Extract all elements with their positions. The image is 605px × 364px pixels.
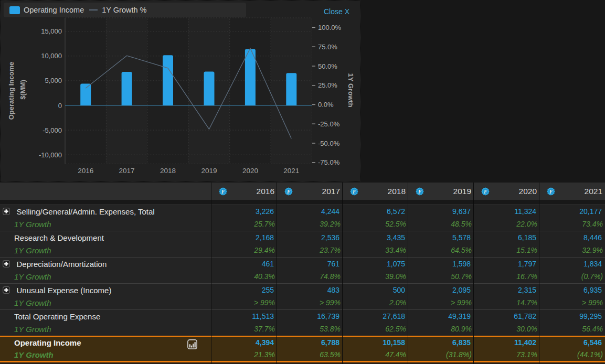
svg-text:2017: 2017: [119, 167, 135, 175]
svg-text:F: F: [352, 189, 356, 194]
svg-text:2021: 2021: [283, 167, 299, 175]
svg-text:5,000: 5,000: [45, 77, 62, 84]
svg-text:F: F: [418, 189, 422, 194]
svg-text:-75.0%: -75.0%: [318, 158, 340, 166]
svg-text:0.0%: 0.0%: [318, 101, 334, 109]
svg-text:F: F: [483, 189, 487, 194]
svg-text:75.0%: 75.0%: [318, 43, 337, 51]
svg-text:15,000: 15,000: [41, 27, 62, 35]
svg-text:F: F: [286, 189, 291, 194]
svg-text:25.0%: 25.0%: [318, 81, 337, 89]
svg-text:F: F: [549, 189, 553, 194]
svg-text:$(MM): $(MM): [19, 80, 27, 100]
svg-text:-10,000: -10,000: [39, 151, 62, 159]
svg-text:2020: 2020: [242, 167, 258, 175]
svg-text:0: 0: [58, 102, 62, 110]
svg-text:F: F: [221, 189, 225, 194]
svg-text:Operating Income: Operating Income: [7, 62, 15, 120]
svg-text:100.0%: 100.0%: [318, 24, 342, 31]
svg-text:10,000: 10,000: [41, 52, 62, 60]
svg-text:2016: 2016: [78, 167, 93, 175]
svg-text:2019: 2019: [201, 167, 217, 175]
svg-text:50.0%: 50.0%: [318, 62, 337, 70]
svg-text:-50.0%: -50.0%: [318, 140, 340, 147]
svg-text:-5,000: -5,000: [43, 126, 62, 134]
svg-text:-25.0%: -25.0%: [318, 120, 340, 128]
svg-text:1Y Growth: 1Y Growth: [347, 73, 355, 108]
svg-text:2018: 2018: [160, 167, 176, 175]
